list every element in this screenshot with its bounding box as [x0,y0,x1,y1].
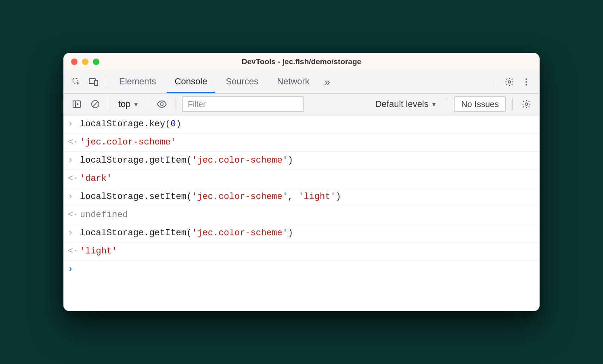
console-row-output[interactable]: <·'light' [64,243,539,261]
tab-elements[interactable]: Elements [111,71,164,93]
console-row-output[interactable]: <·'dark' [64,170,539,188]
svg-point-4 [526,78,527,80]
tab-sources[interactable]: Sources [218,71,266,93]
devtools-window: DevTools - jec.fish/demo/storage Element… [63,53,540,312]
toggle-sidebar-icon[interactable] [69,97,84,111]
issues-label: No Issues [461,99,499,109]
svg-line-10 [93,102,98,107]
output-marker-icon: <· [68,172,80,186]
console-row-output[interactable]: <·'jec.color-scheme' [64,134,539,152]
console-row-output[interactable]: <·undefined [64,206,539,224]
console-output[interactable]: ›localStorage.key(0)<·'jec.color-scheme'… [64,115,539,279]
window-title: DevTools - jec.fish/demo/storage [64,57,539,66]
chevron-down-icon: ▼ [431,101,437,108]
divider [148,98,148,110]
traffic-lights [71,59,99,65]
context-label: top [118,99,131,109]
input-marker-icon: › [68,117,80,131]
input-marker-icon: › [68,190,80,204]
console-settings-icon[interactable] [519,97,534,111]
console-code: 'light' [80,245,117,258]
filter-input[interactable] [182,96,304,112]
svg-rect-2 [94,80,98,86]
kebab-menu-icon[interactable] [519,75,534,89]
issues-button[interactable]: No Issues [454,96,506,112]
svg-point-3 [508,81,511,83]
console-code: localStorage.getItem('jec.color-scheme') [80,226,293,240]
more-tabs-icon[interactable]: » [320,75,335,89]
divider [106,76,106,88]
console-code: localStorage.setItem('jec.color-scheme',… [80,190,341,204]
minimize-window-button[interactable] [82,59,88,65]
tab-console[interactable]: Console [167,71,216,93]
chevron-down-icon: ▼ [133,101,139,108]
console-empty-area[interactable] [64,278,539,311]
output-marker-icon: <· [68,208,80,222]
divider [497,76,497,88]
maximize-window-button[interactable] [93,59,99,65]
titlebar: DevTools - jec.fish/demo/storage [64,53,539,71]
input-marker-icon: › [68,226,80,240]
output-marker-icon: <· [68,245,80,258]
divider [109,98,109,110]
console-code: 'dark' [80,172,112,186]
output-marker-icon: <· [68,136,80,149]
divider [512,98,513,110]
console-code: localStorage.getItem('jec.color-scheme') [80,154,293,167]
console-code: localStorage.key(0) [80,117,181,131]
divider [176,98,176,110]
console-row-input[interactable]: ›localStorage.setItem('jec.color-scheme'… [64,188,539,206]
levels-label: Default levels [375,99,429,109]
inspect-element-icon[interactable] [69,75,84,89]
device-toolbar-icon[interactable] [86,75,101,89]
context-selector[interactable]: top ▼ [116,99,141,109]
console-code: 'jec.color-scheme' [80,136,176,149]
svg-point-6 [526,84,527,86]
tab-network[interactable]: Network [269,71,318,93]
svg-point-5 [526,81,527,83]
console-row-prompt[interactable]: › [64,261,539,278]
divider [448,98,448,110]
svg-point-12 [525,103,528,105]
close-window-button[interactable] [71,59,77,65]
console-toolbar: top ▼ Default levels ▼ No Issues [64,94,539,115]
svg-point-11 [161,103,163,106]
console-row-input[interactable]: ›localStorage.getItem('jec.color-scheme'… [64,152,539,170]
live-expression-icon[interactable] [155,97,169,111]
svg-rect-7 [73,101,80,107]
input-marker-icon: › [68,154,80,167]
console-row-input[interactable]: ›localStorage.key(0) [64,115,539,134]
tabbar: Elements Console Sources Network » [64,71,539,94]
log-levels-selector[interactable]: Default levels ▼ [371,99,441,109]
console-row-input[interactable]: ›localStorage.getItem('jec.color-scheme'… [64,224,539,243]
prompt-marker-icon: › [68,263,80,276]
clear-console-icon[interactable] [88,97,103,111]
settings-icon[interactable] [502,75,517,89]
console-code: undefined [80,208,128,222]
